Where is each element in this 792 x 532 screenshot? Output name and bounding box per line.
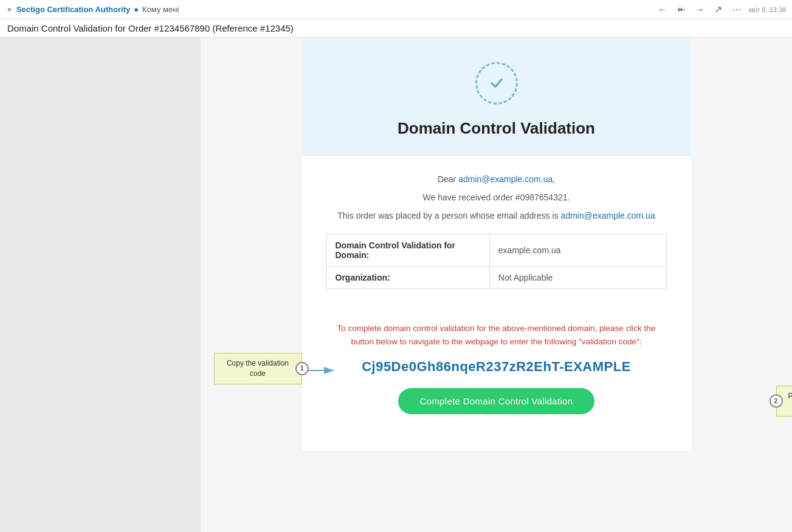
placed-email: admin@example.com.ua [561, 211, 655, 220]
domain-label: Domain Control Validation for Domain: [326, 234, 489, 267]
greeting-prefix: Dear [438, 174, 458, 184]
order-text: We have received order #0987654321. [326, 193, 667, 202]
top-bar: ▼ Sectigo Certification Authority ● Кому… [0, 0, 792, 19]
annotation1-arrow [303, 361, 340, 380]
greeting-email: admin@example.com.ua [458, 174, 553, 184]
email-title: Domain Control Validation [398, 119, 595, 138]
annotation-box-2: 2 Press the Complete Domain Control Vali… [776, 386, 793, 417]
greeting-suffix: , [553, 174, 555, 184]
annotation2-badge: 2 [770, 395, 783, 408]
chevron-icon: ▼ [6, 6, 13, 13]
forward-button[interactable]: → [692, 3, 707, 16]
check-circle-icon [475, 62, 518, 104]
table-row: Domain Control Validation for Domain: ex… [326, 234, 666, 267]
main-layout: Domain Control Validation Dear admin@exa… [0, 38, 792, 532]
timestamp: квіт 8, 13:38 [749, 6, 786, 13]
nav-controls: ← ↞ → ↗ ⋯ квіт 8, 13:38 [655, 2, 786, 16]
external-button[interactable]: ↗ [712, 2, 725, 16]
email-greeting: Dear admin@example.com.ua, [326, 174, 667, 184]
org-label: Organization: [326, 267, 489, 289]
email-subject: Domain Control Validation for Order #123… [7, 23, 294, 33]
email-content: Domain Control Validation Dear admin@exa… [201, 38, 792, 532]
annotation-box-1: Copy the validation code 1 [214, 353, 302, 384]
validation-instruction: To complete domain control validation fo… [326, 322, 667, 348]
back-all-button[interactable]: ↞ [675, 2, 687, 16]
table-row: Organization: Not Applicable [326, 267, 666, 289]
email-card: Domain Control Validation Dear admin@exa… [302, 38, 691, 451]
sender-info: ▼ Sectigo Certification Authority ● Кому… [6, 5, 179, 14]
email-container: Domain Control Validation Dear admin@exa… [201, 38, 792, 451]
info-table: Domain Control Validation for Domain: ex… [326, 234, 667, 289]
back-button[interactable]: ← [655, 3, 670, 16]
placed-text: This order was placed by a person whose … [326, 211, 667, 220]
verified-icon: ● [134, 5, 139, 14]
annotation1-text: Copy the validation code [227, 359, 289, 378]
recipient-label: Кому мені [142, 5, 179, 14]
annotation1-badge: 1 [295, 362, 309, 375]
validation-section: To complete domain control validation fo… [302, 322, 691, 451]
left-sidebar [0, 38, 201, 532]
validation-code: Cj95De0Gh86nqeR237zR2EhT-EXAMPLE [362, 359, 631, 375]
annotation2-text: Press the Complete Domain Control Valida… [788, 392, 792, 411]
sender-name: Sectigo Certification Authority [16, 5, 130, 14]
email-body: Dear admin@example.com.ua, We have recei… [302, 156, 691, 322]
org-value: Not Applicable [489, 267, 666, 289]
more-button[interactable]: ⋯ [729, 2, 744, 16]
placed-prefix: This order was placed by a person whose … [337, 211, 560, 220]
domain-value: example.com.ua [489, 234, 666, 267]
email-header-banner: Domain Control Validation [302, 38, 691, 156]
complete-button[interactable]: Complete Domain Control Validation [398, 388, 595, 414]
subject-bar: Domain Control Validation for Order #123… [0, 19, 792, 38]
